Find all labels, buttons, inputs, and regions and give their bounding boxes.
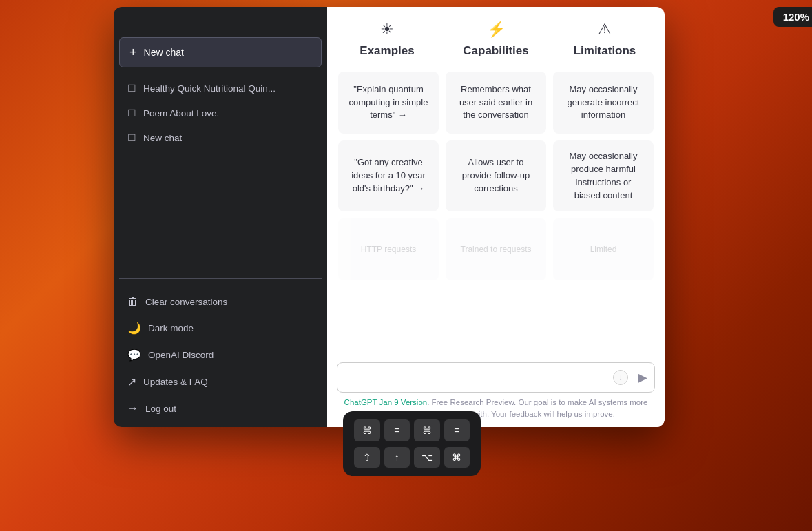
equals-key-2[interactable]: = (444, 419, 470, 441)
action-label: Clear conversations (145, 297, 227, 307)
conversation-list: ☐ Healthy Quick Nutritional Quin... ☐ Po… (114, 73, 327, 274)
conversation-item[interactable]: ☐ New chat (119, 125, 322, 150)
dark-mode-button[interactable]: 🌙 Dark mode (119, 315, 322, 342)
cmd-key-3[interactable]: ⌘ (444, 447, 470, 468)
sun-icon: ☀ (380, 21, 394, 39)
examples-column-header: ☀ Examples (338, 21, 436, 58)
equals-key[interactable]: = (384, 419, 410, 441)
main-content: ☀ Examples ⚡ Capabilities ⚠ Limitations … (327, 7, 665, 427)
limitations-column-header: ⚠ Limitations (556, 21, 654, 58)
action-label: Dark mode (148, 323, 194, 333)
example-card-2[interactable]: "Got any creative ideas for a 10 year ol… (338, 140, 439, 211)
limitations-title: Limitations (574, 44, 636, 58)
new-chat-label: New chat (144, 47, 184, 58)
action-label: OpenAI Discord (148, 350, 214, 360)
example-card-3: HTTP requests (338, 218, 439, 280)
chat-icon: ☐ (127, 83, 136, 94)
keyboard-widget: ⌘ = ⌘ = ⇧ ↑ ⌥ ⌘ (343, 411, 481, 476)
columns-header: ☀ Examples ⚡ Capabilities ⚠ Limitations (338, 21, 654, 58)
cmd-key-2[interactable]: ⌘ (414, 419, 440, 441)
capability-card-1[interactable]: Remembers what user said earlier in the … (446, 72, 546, 134)
cards-row-2: "Got any creative ideas for a 10 year ol… (338, 140, 654, 211)
logout-button[interactable]: → Log out (119, 395, 322, 421)
capabilities-title: Capabilities (463, 44, 528, 58)
chat-input[interactable] (346, 372, 627, 383)
conv-title: Healthy Quick Nutritional Quin... (143, 83, 275, 94)
updates-button[interactable]: ↗ Updates & FAQ (119, 368, 322, 395)
new-chat-button[interactable]: + New chat (119, 37, 322, 67)
input-box: ↓ ▶ (337, 362, 655, 393)
chatgpt-version-link[interactable]: ChatGPT Jan 9 Version (344, 398, 428, 406)
download-button[interactable]: ↓ (613, 370, 628, 385)
action-label: Log out (145, 404, 176, 414)
send-button[interactable]: ▶ (638, 370, 647, 385)
cards-row-1: "Explain quantum computing in simple ter… (338, 72, 654, 134)
cards-row-3: HTTP requests Trained to requests Limite… (338, 218, 654, 280)
limitation-card-2[interactable]: May occasionally produce harmful instruc… (553, 140, 654, 211)
clear-conversations-button[interactable]: 🗑 Clear conversations (119, 289, 322, 315)
chat-icon: ☐ (127, 107, 136, 118)
conv-title: New chat (143, 133, 182, 143)
zoom-badge: 120% (773, 7, 812, 27)
capability-card-2[interactable]: Allows user to provide follow-up correct… (446, 140, 546, 211)
plus-icon: + (129, 46, 137, 59)
sidebar-divider (119, 278, 322, 279)
chat-icon: ☐ (127, 132, 136, 143)
discord-button[interactable]: 💬 OpenAI Discord (119, 342, 322, 368)
action-label: Updates & FAQ (143, 377, 208, 387)
conversation-item[interactable]: ☐ Poem About Love. (119, 101, 322, 125)
capabilities-column-header: ⚡ Capabilities (447, 21, 545, 58)
limitation-card-1[interactable]: May occasionally generate incorrect info… (553, 72, 654, 134)
sidebar-actions: 🗑 Clear conversations 🌙 Dark mode 💬 Open… (114, 283, 327, 427)
logout-icon: → (127, 402, 138, 415)
moon-icon: 🌙 (127, 322, 141, 335)
example-card-1[interactable]: "Explain quantum computing in simple ter… (338, 72, 439, 134)
warning-icon: ⚠ (598, 21, 612, 39)
cmd-key[interactable]: ⌘ (354, 419, 380, 441)
conversation-item[interactable]: ☐ Healthy Quick Nutritional Quin... (119, 76, 322, 101)
limitation-card-3: Limited (553, 218, 654, 280)
sidebar: + New chat ☐ Healthy Quick Nutritional Q… (114, 7, 327, 427)
external-link-icon: ↗ (127, 375, 136, 388)
conv-title: Poem About Love. (143, 108, 219, 118)
examples-title: Examples (360, 44, 414, 58)
app-window: + New chat ☐ Healthy Quick Nutritional Q… (114, 7, 665, 427)
up-arrow-key[interactable]: ↑ (384, 447, 410, 468)
shift-key[interactable]: ⇧ (354, 447, 380, 468)
keyboard-row-2: ⇧ ↑ ⌥ ⌘ (354, 447, 470, 468)
lightning-icon: ⚡ (487, 21, 506, 39)
sidebar-top: + New chat (114, 32, 327, 73)
columns-wrapper: ☀ Examples ⚡ Capabilities ⚠ Limitations … (327, 7, 665, 355)
discord-icon: 💬 (127, 348, 141, 362)
capability-card-3: Trained to requests (446, 218, 546, 280)
option-key[interactable]: ⌥ (414, 447, 440, 468)
trash-icon: 🗑 (127, 295, 138, 308)
keyboard-row-1: ⌘ = ⌘ = (354, 419, 470, 441)
